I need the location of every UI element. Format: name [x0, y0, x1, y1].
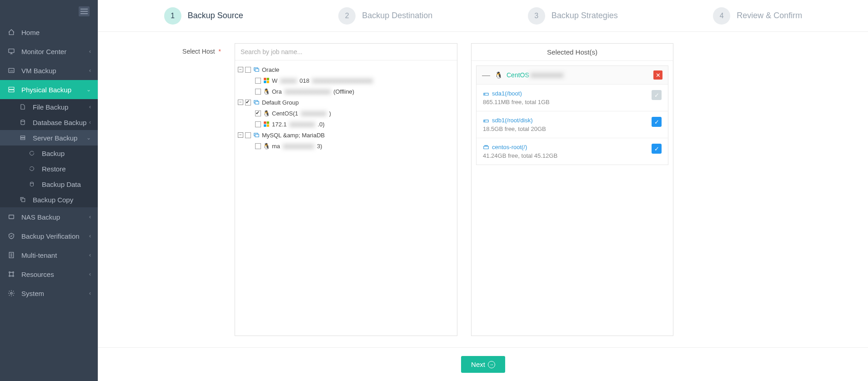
volume-checkbox-locked: ✓: [652, 90, 662, 100]
svg-rect-18: [255, 69, 259, 71]
sidebar-item-vm-backup[interactable]: VM VM Backup ‹: [0, 61, 98, 80]
sidebar-item-backup[interactable]: Backup: [0, 145, 98, 161]
svg-rect-0: [9, 49, 14, 53]
svg-point-13: [13, 272, 14, 273]
search-input[interactable]: [235, 44, 457, 60]
label-text: Select Host: [182, 48, 215, 55]
sidebar-label: VM Backup: [21, 67, 89, 75]
menu-toggle-icon[interactable]: [79, 6, 90, 16]
windows-icon: [263, 77, 270, 84]
svg-point-5: [21, 120, 25, 122]
sidebar-item-file-backup[interactable]: File Backup ‹: [0, 99, 98, 115]
sidebar-item-system[interactable]: System ‹: [0, 284, 98, 303]
tree-label: ): [329, 110, 331, 117]
tree-host-ip[interactable]: 172.1xxxxxxxx.0): [238, 119, 454, 130]
sidebar-item-monitor-center[interactable]: Monitor Center ‹: [0, 42, 98, 61]
checkbox[interactable]: [255, 89, 261, 95]
checkbox[interactable]: [245, 132, 251, 138]
step-backup-source[interactable]: 1 Backup Source: [164, 7, 243, 25]
svg-rect-28: [267, 125, 269, 127]
collapse-icon[interactable]: —: [482, 71, 490, 79]
sidebar-item-nas-backup[interactable]: NAS Backup ‹: [0, 207, 98, 226]
checkbox[interactable]: [245, 67, 251, 73]
checkbox[interactable]: [255, 143, 261, 149]
sidebar-item-server-backup[interactable]: Server Backup ⌄: [0, 130, 98, 145]
step-backup-destination[interactable]: 2 Backup Destination: [338, 7, 432, 25]
verify-icon: [7, 232, 16, 240]
volume-checkbox[interactable]: ✓: [652, 144, 662, 154]
volume-name: centos-root(/): [483, 144, 652, 150]
tree-host-mariadb[interactable]: 🐧 maxxxxxxxxxx3): [238, 140, 454, 151]
blurred-text: xxxxxxxx: [289, 121, 316, 128]
tree-label: Ora: [272, 88, 282, 95]
sidebar-item-physical-backup[interactable]: Physical Backup ⌄: [0, 80, 98, 99]
tree-label: (Offline): [333, 88, 354, 95]
blurred-text: xxxxxxxxxx: [282, 143, 315, 150]
svg-rect-35: [484, 146, 489, 149]
nas-icon: [7, 213, 16, 221]
disk-icon: [483, 144, 489, 150]
svg-point-16: [10, 292, 12, 294]
tree-host-centos[interactable]: 🐧 CentOS(1xxxxxxxx): [238, 108, 454, 119]
chevron-down-icon: ⌄: [86, 135, 91, 141]
svg-rect-27: [264, 125, 266, 127]
refresh-icon: [27, 150, 36, 156]
selected-host-card: — 🐧 CentOSxxxxxxxxxx ✕ sda1(/boot) 865.1…: [476, 65, 668, 165]
volume-row[interactable]: centos-root(/) 41.24GB free, total 45.12…: [477, 138, 668, 165]
tree-label: W: [272, 77, 277, 84]
sidebar-label: Backup: [42, 150, 91, 157]
gear-icon: [7, 290, 16, 297]
checkbox[interactable]: [255, 78, 261, 84]
server-backup-submenu: Backup Restore Backup Data: [0, 145, 98, 192]
sidebar-label: Restore: [42, 165, 91, 173]
collapse-icon[interactable]: −: [238, 132, 243, 138]
sidebar-item-resources[interactable]: Resources ‹: [0, 265, 98, 284]
collapse-icon[interactable]: −: [238, 100, 243, 105]
chevron-left-icon: ‹: [89, 271, 91, 277]
tree-group-default[interactable]: − Default Group: [238, 97, 454, 108]
svg-rect-30: [255, 134, 259, 137]
tree-label: CentOS(1: [272, 110, 298, 117]
svg-rect-4: [9, 90, 14, 92]
resources-icon: [7, 271, 16, 278]
remove-host-button[interactable]: ✕: [653, 70, 662, 80]
step-backup-strategies[interactable]: 3 Backup Strategies: [528, 7, 618, 25]
svg-text:VM: VM: [10, 70, 13, 72]
checkbox[interactable]: [255, 121, 261, 127]
volume-checkbox[interactable]: ✓: [652, 117, 662, 127]
sidebar-item-backup-data[interactable]: Backup Data: [0, 176, 98, 192]
next-button[interactable]: Next →: [461, 356, 505, 373]
sidebar-item-backup-copy[interactable]: Backup Copy: [0, 192, 98, 207]
volume-row[interactable]: sdb1(/root/disk) 18.5GB free, total 20GB…: [477, 111, 668, 138]
chevron-left-icon: ‹: [89, 233, 91, 239]
svg-rect-24: [255, 101, 259, 104]
step-number: 4: [713, 7, 730, 25]
svg-rect-3: [9, 87, 14, 90]
linux-icon: 🐧: [263, 88, 270, 95]
svg-rect-6: [20, 136, 25, 138]
tree-group-mysql[interactable]: − MySQL &amp; MariaDB: [238, 130, 454, 140]
volume-name: sdb1(/root/disk): [483, 117, 652, 124]
step-review-confirm[interactable]: 4 Review & Confirm: [713, 7, 802, 25]
checkbox[interactable]: [255, 110, 261, 116]
chevron-left-icon: ‹: [89, 119, 91, 125]
blurred-text: xxxxxxxxxxxxxxx: [284, 88, 332, 95]
tree-host-windows[interactable]: Wxxxxx018xxxxxxxxxxxxxxxxxxxx: [238, 75, 454, 86]
sidebar-item-database-backup[interactable]: Database Backup ‹: [0, 115, 98, 130]
tree-group-oracle[interactable]: − Oracle: [238, 64, 454, 75]
step-number: 2: [338, 7, 356, 25]
sidebar-item-home[interactable]: Home: [0, 23, 98, 42]
volume-info: sda1(/boot) 865.11MB free, total 1GB: [483, 90, 652, 105]
chevron-left-icon: ‹: [89, 67, 91, 74]
svg-rect-19: [264, 78, 266, 80]
sidebar-item-backup-verification[interactable]: Backup Verification ‹: [0, 226, 98, 246]
step-label: Backup Strategies: [552, 11, 618, 20]
checkbox[interactable]: [245, 100, 251, 105]
volume-row[interactable]: sda1(/boot) 865.11MB free, total 1GB ✓: [477, 84, 668, 111]
tree-host-oracle-linux[interactable]: 🐧 Oraxxxxxxxxxxxxxxx(Offline): [238, 86, 454, 97]
sidebar-item-restore[interactable]: Restore: [0, 161, 98, 176]
sidebar-item-multi-tenant[interactable]: Multi-tenant ‹: [0, 246, 98, 265]
step-label: Review & Confirm: [737, 11, 802, 20]
collapse-icon[interactable]: −: [238, 67, 243, 72]
svg-point-12: [9, 272, 10, 273]
